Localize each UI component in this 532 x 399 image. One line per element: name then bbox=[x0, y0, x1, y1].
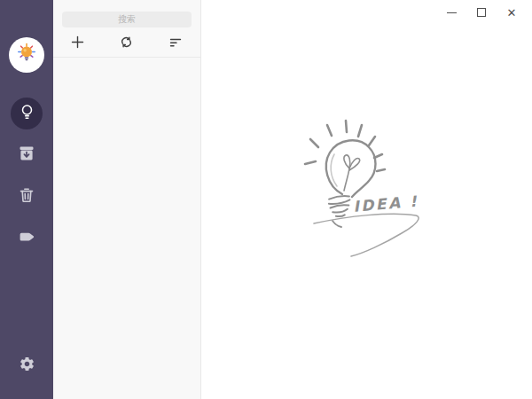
sidebar-item-trash[interactable] bbox=[11, 181, 43, 213]
sort-button[interactable] bbox=[165, 33, 186, 54]
maximize-button[interactable] bbox=[466, 0, 497, 25]
idea-sketch: IDEA ! bbox=[302, 118, 426, 269]
archive-icon bbox=[19, 145, 35, 165]
sidebar-item-tags[interactable] bbox=[11, 223, 43, 254]
list-toolbar bbox=[53, 31, 200, 58]
note-list[interactable] bbox=[53, 58, 200, 399]
tag-icon bbox=[19, 229, 35, 249]
idea-caption: IDEA ! bbox=[353, 192, 419, 215]
sort-icon bbox=[169, 36, 182, 51]
window-controls: ✕ bbox=[436, 0, 527, 25]
add-note-button[interactable] bbox=[67, 33, 89, 54]
search-input[interactable] bbox=[62, 12, 192, 27]
trash-icon bbox=[19, 187, 35, 207]
main-content: ✕ bbox=[201, 0, 532, 399]
app-window: ✕ bbox=[0, 0, 532, 399]
sync-button[interactable] bbox=[116, 33, 137, 54]
gear-icon bbox=[19, 356, 35, 376]
app-avatar[interactable] bbox=[9, 37, 44, 73]
lightbulb-emoji-icon bbox=[14, 41, 39, 69]
minimize-button[interactable] bbox=[436, 0, 466, 25]
minimize-icon bbox=[447, 12, 457, 13]
close-button[interactable]: ✕ bbox=[497, 0, 527, 25]
sidebar-nav bbox=[11, 98, 43, 264]
sync-icon bbox=[120, 35, 133, 51]
note-list-panel bbox=[53, 0, 201, 399]
settings-button[interactable] bbox=[11, 349, 43, 381]
sidebar-item-archive[interactable] bbox=[11, 139, 43, 171]
sidebar-item-notes[interactable] bbox=[11, 98, 43, 129]
lightbulb-icon bbox=[19, 104, 35, 124]
maximize-icon bbox=[477, 8, 486, 17]
search-bar bbox=[53, 0, 200, 31]
close-icon: ✕ bbox=[507, 6, 517, 20]
sidebar bbox=[0, 0, 53, 399]
plus-icon bbox=[71, 35, 84, 51]
